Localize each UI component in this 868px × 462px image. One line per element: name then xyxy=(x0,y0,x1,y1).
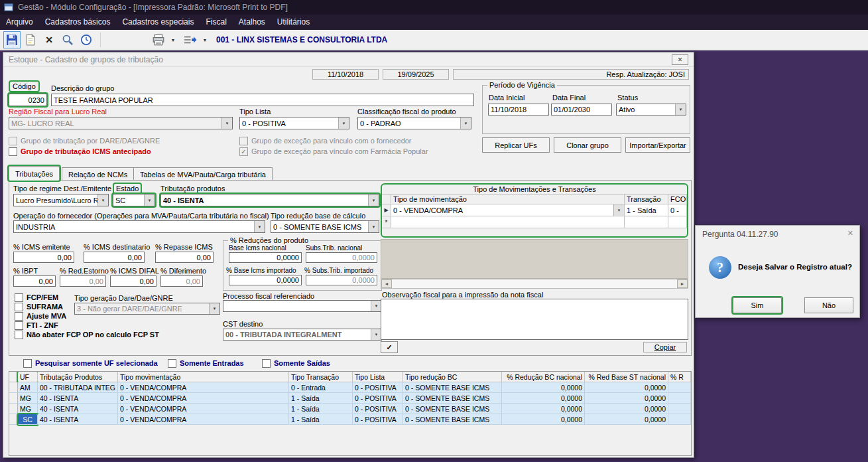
scroll-left-icon[interactable]: ◄ xyxy=(381,279,392,288)
check-dare[interactable] xyxy=(9,137,17,145)
repasse-icms-field[interactable]: 0,00 xyxy=(155,252,214,263)
cell-movimentacao[interactable]: 0 - VENDA/COMPRA xyxy=(118,414,289,425)
cell-lista[interactable]: 0 - POSITIVA xyxy=(353,393,403,404)
mov-fco-cell[interactable]: 0 - xyxy=(668,204,687,216)
mov-new-transacao-cell[interactable] xyxy=(625,216,668,228)
cell-reducao-bc[interactable]: 0 - SOMENTE BASE ICMS xyxy=(403,404,502,414)
cell-transacao[interactable]: 1 - Saída xyxy=(289,393,353,404)
cell-red-st-nacional[interactable]: 0,0000 xyxy=(585,404,668,414)
cell-transacao[interactable]: 0 - Entrada xyxy=(289,382,353,393)
check-ajuste-mva[interactable] xyxy=(15,312,23,321)
cell-movimentacao[interactable]: 0 - VENDA/COMPRA xyxy=(118,382,289,393)
copiar-button[interactable]: Copiar xyxy=(643,342,687,352)
check-pesquisar-uf[interactable] xyxy=(23,359,32,368)
cell-red-extra[interactable] xyxy=(668,382,691,393)
regime-dropdown-arrow-icon[interactable]: ▼ xyxy=(97,194,108,206)
regiao-select[interactable]: MG- LUCRO REAL ▼ xyxy=(9,117,233,129)
tab-tributacoes[interactable]: Tributações xyxy=(9,166,60,181)
cell-red-bc-nacional[interactable]: 0,0000 xyxy=(502,404,585,414)
cell-movimentacao[interactable]: 0 - VENDA/COMPRA xyxy=(118,404,289,414)
mov-tipo-dropdown-arrow-icon[interactable]: ▼ xyxy=(613,204,624,216)
cell-red-bc-nacional[interactable]: 0,0000 xyxy=(502,414,585,425)
delete-button[interactable]: ✕ xyxy=(40,31,58,48)
export-dropdown-arrow-icon[interactable]: ▼ xyxy=(202,38,208,42)
data-inicial-field[interactable]: 11/10/2018 xyxy=(488,104,549,116)
mov-horizontal-scrollbar[interactable]: ◄ ► xyxy=(381,279,688,289)
print-button[interactable] xyxy=(149,31,168,48)
menu-arquivo[interactable]: Arquivo xyxy=(0,15,39,30)
confirm-check-button[interactable]: ✓ xyxy=(381,341,398,353)
grid-header-lista[interactable]: Tipo Lista xyxy=(353,372,403,382)
estado-select[interactable]: SC ▼ xyxy=(113,194,155,206)
cell-reducao-bc[interactable]: 0 - SOMENTE BASE ICMS xyxy=(403,382,502,393)
check-suframa[interactable] xyxy=(15,303,23,311)
save-button[interactable] xyxy=(3,31,21,48)
tab-relacao-ncms[interactable]: Relação de NCMs xyxy=(62,167,134,181)
cell-red-extra[interactable] xyxy=(668,393,691,404)
check-icms-antecipado[interactable] xyxy=(9,147,17,156)
operacao-select[interactable]: INDUSTRIA ▼ xyxy=(13,220,265,233)
cst-destino-select[interactable]: 00 - TRIBUTADA INTEGRALMENT ▼ xyxy=(223,329,382,341)
table-row[interactable]: MG 40 - ISENTA 0 - VENDA/COMPRA 1 - Saíd… xyxy=(9,404,691,414)
cell-tributacao[interactable]: 40 - ISENTA xyxy=(38,414,118,425)
sim-button[interactable]: Sim xyxy=(733,297,782,313)
estado-dropdown-arrow-icon[interactable]: ▼ xyxy=(144,194,155,206)
replicar-ufs-button[interactable]: Replicar UFs xyxy=(482,137,550,153)
grid-header-red-extra[interactable]: % R xyxy=(668,372,691,382)
classificacao-dropdown-arrow-icon[interactable]: ▼ xyxy=(460,117,471,129)
mov-new-fco-cell[interactable] xyxy=(668,216,687,228)
status-select[interactable]: Ativo ▼ xyxy=(616,104,686,116)
print-dropdown-arrow-icon[interactable]: ▼ xyxy=(170,38,176,42)
export-button[interactable] xyxy=(180,31,200,48)
cell-lista[interactable]: 0 - POSITIVA xyxy=(353,382,403,393)
cell-red-bc-nacional[interactable]: 0,0000 xyxy=(502,393,585,404)
ibpt-field[interactable]: 0,00 xyxy=(13,275,56,287)
operacao-dropdown-arrow-icon[interactable]: ▼ xyxy=(254,221,265,232)
subs-nacional-field[interactable]: 0,0000 xyxy=(306,252,377,263)
table-row[interactable]: MG 40 - ISENTA 0 - VENDA/COMPRA 1 - Saíd… xyxy=(9,393,691,404)
data-final-field[interactable]: 01/01/2030 xyxy=(551,104,612,116)
dialog-close-icon[interactable]: ✕ xyxy=(847,229,853,238)
table-row[interactable]: AM 00 - TRIBUTADA INTEG 0 - VENDA/COMPRA… xyxy=(9,382,691,393)
cell-uf[interactable]: AM xyxy=(18,382,38,393)
menu-utilitarios[interactable]: Utilitários xyxy=(271,15,316,30)
menu-cadastros-especiais[interactable]: Cadastros especiais xyxy=(116,15,200,30)
cell-red-bc-nacional[interactable]: 0,0000 xyxy=(502,382,585,393)
descricao-field[interactable]: TESTE FARMACIA POPULAR xyxy=(51,94,474,106)
grid-header-uf[interactable]: UF xyxy=(18,372,38,382)
nao-button[interactable]: Não xyxy=(804,297,853,313)
cell-red-extra[interactable] xyxy=(668,414,691,425)
reducao-bc-select[interactable]: 0 - SOMENTE BASE ICMS ▼ xyxy=(271,220,379,233)
grid-header-tributacao[interactable]: Tributação Produtos xyxy=(38,372,118,382)
check-fti-znf[interactable] xyxy=(15,321,23,330)
check-fcp-fem[interactable] xyxy=(15,293,23,302)
tipo-geracao-dropdown-arrow-icon[interactable]: ▼ xyxy=(209,303,219,314)
cell-tributacao[interactable]: 40 - ISENTA xyxy=(38,404,118,414)
processo-dropdown-arrow-icon[interactable]: ▼ xyxy=(371,301,381,311)
status-dropdown-arrow-icon[interactable]: ▼ xyxy=(675,104,686,115)
check-somente-entradas[interactable] xyxy=(168,359,176,368)
icms-emitente-field[interactable]: 0,00 xyxy=(13,252,74,263)
base-importado-field[interactable]: 0,0000 xyxy=(229,275,302,285)
scroll-track[interactable] xyxy=(392,279,677,288)
check-excecao-fornecedor[interactable] xyxy=(239,137,248,145)
cell-transacao[interactable]: 1 - Saída xyxy=(289,414,353,425)
check-excecao-farmacia[interactable]: ✓ xyxy=(239,147,248,156)
grid-header-movimentacao[interactable]: Tipo movimentação xyxy=(118,372,289,382)
codigo-field[interactable]: 0230 xyxy=(9,94,47,106)
mov-tipo-select[interactable]: 0 - VENDA/COMPRA ▼ xyxy=(391,204,624,216)
new-record-button[interactable] xyxy=(22,31,39,48)
grid-header-red-st-nacional[interactable]: % Red Base ST nacional xyxy=(585,372,668,382)
grid-header-reducao-bc[interactable]: Tipo redução BC xyxy=(403,372,502,382)
cell-lista[interactable]: 0 - POSITIVA xyxy=(353,404,403,414)
cell-transacao[interactable]: 1 - Saída xyxy=(289,404,353,414)
cst-destino-dropdown-arrow-icon[interactable]: ▼ xyxy=(371,329,381,340)
subs-importado-field[interactable]: 0,0000 xyxy=(306,275,377,285)
cell-uf-selected[interactable]: SC xyxy=(18,414,38,425)
menu-cadastros-basicos[interactable]: Cadastros básicos xyxy=(39,15,117,30)
red-estorno-field[interactable]: 0,00 xyxy=(60,275,106,287)
regiao-dropdown-arrow-icon[interactable]: ▼ xyxy=(221,117,232,129)
cell-red-extra[interactable] xyxy=(668,404,691,414)
clonar-grupo-button[interactable]: Clonar grupo xyxy=(554,137,621,153)
cell-movimentacao[interactable]: 0 - VENDA/COMPRA xyxy=(118,393,289,404)
